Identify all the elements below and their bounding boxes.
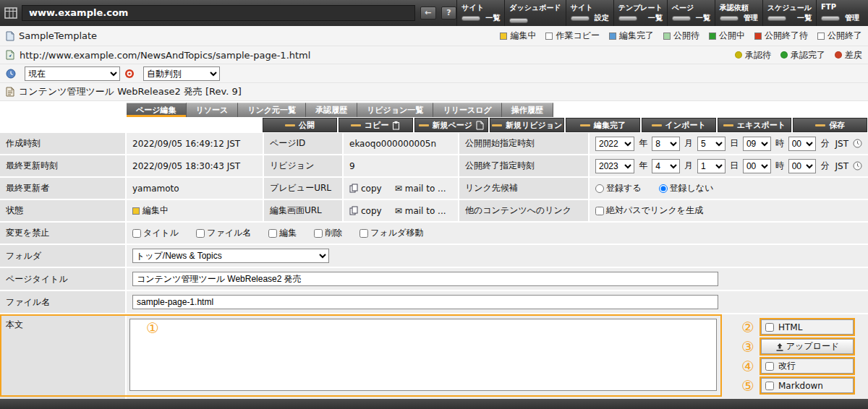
detect-mode-select[interactable]: 自動判別 [143,66,220,81]
mail-icon: ✉ [395,206,402,216]
revision-value: 9 [344,155,458,176]
edit-url-mailto-link[interactable]: ✉ mail to ... [395,206,446,216]
page-title-input[interactable] [132,272,718,286]
tab-link-sources[interactable]: リンク元一覧 [238,103,306,117]
button-label: 編集完了 [594,120,626,131]
publish-end-hour-select[interactable]: 00 [743,159,771,173]
forbid-filename-option[interactable]: ファイル名 [196,227,251,239]
created-time-value: 2022/09/05 16:49:12 JST [127,133,263,154]
absolute-path-option[interactable]: 絶対パスでリンクを生成 [595,204,703,217]
tab-resources[interactable]: リソース [187,103,239,117]
legend-label: 公開中 [719,30,745,42]
html-checkbox[interactable] [765,323,774,332]
menu-dashboard[interactable]: ダッシュボード [504,0,565,26]
upload-button[interactable]: アップロード [761,339,854,354]
revision-select[interactable]: 現在 [25,66,120,81]
menu-site-settings[interactable]: サイト 設定 [566,0,613,26]
import-button[interactable]: インポート [642,118,716,132]
status-square-publish-wait [663,33,671,40]
forbid-title-checkbox[interactable] [132,229,141,238]
linebreak-checkbox[interactable] [765,362,774,371]
publish-end-minute-select[interactable]: 00 [788,159,817,173]
body-controls: ② HTML ③ アップロード ④ 改行 [741,319,862,393]
copy-button[interactable]: コピー [339,118,413,132]
forbid-filename-checkbox[interactable] [196,229,205,238]
mailto-label: mail to ... [405,206,446,216]
menu-approval-requests[interactable]: 承認依頼 管理 [715,0,762,26]
absolute-path-label: 絶対パスでリンクを生成 [606,204,703,217]
tab-release-log[interactable]: リリースログ [433,103,501,117]
bottom-bar [0,399,868,409]
body-control-row: ② HTML [741,319,854,335]
forbid-edit-option[interactable]: 編集 [268,227,297,239]
unit-hour: 時 [775,160,784,172]
register-radio[interactable] [595,184,604,193]
legend-item: 承認完了 [780,49,825,61]
forbid-title-option[interactable]: タイトル [132,227,179,239]
tab-revision-list[interactable]: リビジョン一覧 [357,103,433,117]
publish-start-day-select[interactable]: 5 [697,137,726,151]
edit-done-button[interactable]: 編集完了 [566,118,640,132]
back-button[interactable]: ← [420,7,436,20]
no-register-radio-option[interactable]: 登録しない [659,182,714,194]
publish-button[interactable]: 公開 [263,118,337,132]
legend-item: 承認待 [735,49,771,61]
unit-day: 日 [730,160,739,172]
publish-end-day-select[interactable]: 1 [697,159,726,173]
template-name: SampleTemplate [19,30,97,41]
forbid-folder-move-option[interactable]: フォルダ移動 [359,227,423,239]
forbid-edit-checkbox[interactable] [268,229,277,238]
legend-label: 編集中 [510,30,536,42]
publish-end-month-select[interactable]: 4 [652,159,680,173]
export-button[interactable]: エキスポート [718,118,792,132]
help-button[interactable]: ? [441,7,457,20]
preview-url-copy-button[interactable]: copy [349,184,382,194]
status-value: 編集中 [127,200,263,221]
body-field: ① ② HTML ③ アップロード ④ 改行 [127,314,868,399]
new-page-button[interactable]: 新規ページ [414,118,489,132]
menu-sublabel: 一覧 [648,13,663,23]
new-revision-button[interactable]: 新規リビジョン [490,118,564,132]
menu-site-list[interactable]: サイト 一覧 [456,0,504,26]
page-title-field [127,268,868,290]
menu-page-list[interactable]: ページ 一覧 [667,0,715,26]
legend-label: 承認待 [745,49,771,61]
html-option-box[interactable]: HTML [761,319,854,335]
publish-start-hour-select[interactable]: 09 [743,137,771,151]
save-button[interactable]: 保存 [793,118,867,132]
legend-item: 公開待 [663,30,699,42]
preview-url-mailto-link[interactable]: ✉ mail to ... [395,184,446,194]
option-label: フォルダ移動 [370,227,423,239]
markdown-checkbox[interactable] [765,382,774,390]
publish-start-minute-select[interactable]: 00 [788,137,817,151]
markdown-option-box[interactable]: Markdown [761,378,854,393]
linebreak-option-box[interactable]: 改行 [761,358,854,374]
option-label: ファイル名 [207,227,251,239]
body-textarea[interactable]: ① [129,319,717,391]
folder-select[interactable]: トップ/News & Topics [132,249,329,263]
button-label: コピー [365,120,389,131]
tab-page-edit[interactable]: ページ編集 [127,103,187,117]
menu-sublabel: 一覧 [696,13,710,23]
forbid-delete-option[interactable]: 削除 [314,227,342,239]
clock-icon[interactable] [853,139,862,148]
menu-pill-icon [767,16,786,21]
publish-end-year-select[interactable]: 2023 [595,159,634,173]
no-register-radio[interactable] [659,184,668,193]
tab-operation-history[interactable]: 操作履歴 [502,103,553,117]
menu-label: 承認依頼 [720,3,758,13]
forbid-delete-checkbox[interactable] [314,229,323,238]
clock-icon[interactable] [853,161,862,171]
publish-start-month-select[interactable]: 8 [652,137,680,151]
forbid-folder-move-checkbox[interactable] [359,229,368,238]
menu-template-list[interactable]: テンプレート 一覧 [613,0,667,26]
file-name-input[interactable] [132,295,718,309]
menu-schedule-list[interactable]: スケジュール 一覧 [762,0,816,26]
approval-dot-approved [780,51,788,59]
publish-start-year-select[interactable]: 2022 [595,137,634,151]
menu-ftp[interactable]: FTP 管理 [816,0,864,26]
tab-approval-history[interactable]: 承認履歴 [306,103,357,117]
register-radio-option[interactable]: 登録する [595,182,642,194]
absolute-path-checkbox[interactable] [595,207,604,215]
edit-url-copy-button[interactable]: copy [349,206,382,216]
